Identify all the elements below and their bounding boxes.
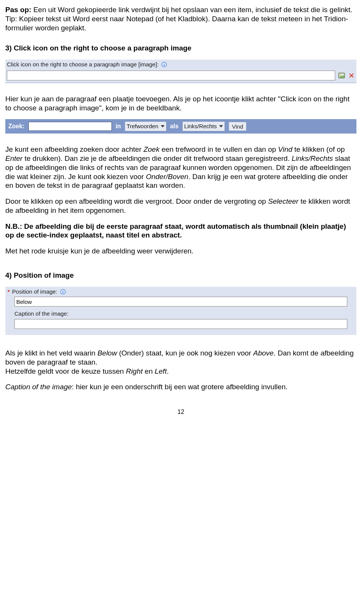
- image-picker-icon[interactable]: [338, 72, 345, 79]
- search-in-value: Trefwoorden: [127, 123, 158, 130]
- left-word: Left: [155, 367, 167, 375]
- ob-word: Onder/Boven: [146, 173, 188, 181]
- search-als-value: Links/Rechts: [184, 123, 217, 130]
- warning-paragraph: Pas op: Een uit Word gekopieerde link ve…: [5, 5, 356, 32]
- delete-icon[interactable]: [348, 72, 355, 79]
- paragraph-image-panel: Click icon on the right to choose a para…: [5, 60, 356, 83]
- t: te drukken). Dan zie je de afbeeldingen …: [22, 154, 292, 162]
- t: .: [167, 367, 169, 375]
- paragraph-image-input[interactable]: [7, 71, 335, 80]
- section4-heading: 4) Position of image: [5, 271, 356, 280]
- below-word: Below: [97, 349, 117, 357]
- enter-word: Enter: [5, 154, 22, 162]
- paragraph-image-label-row: Click icon on the right to choose a para…: [5, 60, 356, 70]
- svg-marker-4: [339, 75, 344, 77]
- nb-paragraph: N.B.: De afbeelding die bij de eerste pa…: [5, 222, 356, 240]
- pasop-text: Een uit Word gekopieerde link verdwijnt …: [5, 6, 352, 32]
- position-panel: * Position of image: i Caption of the im…: [5, 287, 356, 335]
- svg-text:i: i: [63, 289, 64, 294]
- search-in-dropdown[interactable]: Trefwoorden: [125, 121, 166, 131]
- caption-field-label: Caption of the image:: [14, 310, 69, 318]
- right-word: Right: [126, 367, 143, 375]
- info-icon[interactable]: i: [161, 61, 168, 68]
- required-asterisk: *: [8, 288, 10, 296]
- body-p1: Je kunt een afbeelding zoeken door achte…: [5, 145, 356, 190]
- t: Je kunt een afbeelding zoeken door achte…: [5, 145, 143, 153]
- section3-para1: Hier kun je aan de paragraaf een plaatje…: [5, 94, 356, 113]
- image-search-bar: Zoek: in Trefwoorden als Links/Rechts Vi…: [5, 119, 356, 134]
- section4-p3: Caption of the image: hier kun je een on…: [5, 382, 356, 392]
- t: Als je klikt in het veld waarin: [5, 349, 97, 357]
- caption-word: Caption of the image: [5, 383, 72, 391]
- t: Hetzelfde geldt voor de keuze tussen: [5, 367, 126, 375]
- t: en: [143, 367, 155, 375]
- selecteer-word: Selecteer: [268, 197, 298, 205]
- search-als-label: als: [170, 123, 179, 130]
- position-label-row: * Position of image: i: [5, 288, 356, 297]
- above-word: Above: [253, 349, 274, 357]
- svg-text:i: i: [164, 63, 165, 67]
- section4-p1: Als je klikt in het veld waarin Below (O…: [5, 349, 356, 376]
- zoek-word: Zoek: [143, 145, 159, 153]
- search-zoek-label: Zoek:: [8, 123, 25, 130]
- search-als-dropdown[interactable]: Links/Rechts: [182, 121, 225, 131]
- section3-heading: 3) Click icon on the right to choose a p…: [5, 44, 356, 53]
- t: te klikken (of op: [292, 145, 345, 153]
- body-p2: Door te klikken op een afbeelding wordt …: [5, 197, 356, 215]
- t: : hier kun je een onderschrift bij een w…: [72, 383, 287, 391]
- caption-input[interactable]: [14, 319, 347, 329]
- body-p3: Met het rode kruisje kun je de afbeeldin…: [5, 247, 356, 256]
- caption-label-row: Caption of the image:: [5, 310, 356, 319]
- paragraph-image-field-label: Click icon on the right to choose a para…: [7, 61, 158, 68]
- search-vind-button[interactable]: Vind: [229, 122, 247, 131]
- t: (Onder) staat, kun je ook nog kiezen voo…: [117, 349, 253, 357]
- info-icon[interactable]: i: [60, 288, 66, 295]
- pasop-label: Pas op:: [5, 6, 31, 14]
- vind-word: Vind: [278, 145, 292, 153]
- search-input[interactable]: [28, 122, 112, 131]
- t: Door te klikken op een afbeelding wordt …: [5, 197, 268, 205]
- svg-point-3: [340, 74, 341, 75]
- chevron-down-icon: [161, 125, 165, 127]
- position-input[interactable]: [14, 297, 347, 307]
- chevron-down-icon: [219, 125, 223, 127]
- paragraph-image-input-row: [5, 70, 356, 80]
- position-field-label: Position of image:: [12, 288, 57, 296]
- search-in-label: in: [116, 123, 121, 130]
- lr-word: Links/Rechts: [292, 154, 333, 162]
- page-number: 12: [5, 408, 356, 416]
- t: een trefwoord in te vullen en dan op: [160, 145, 278, 153]
